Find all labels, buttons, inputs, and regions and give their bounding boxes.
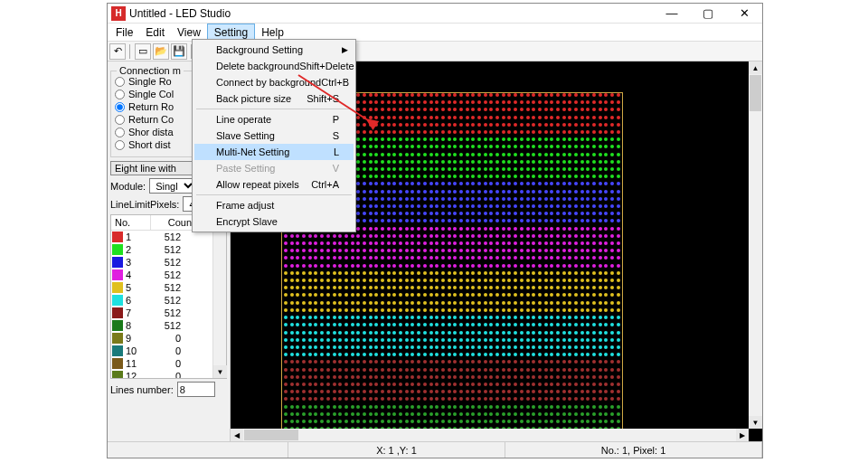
color-swatch: [112, 358, 123, 369]
color-swatch: [112, 257, 123, 268]
minimize-button[interactable]: —: [654, 4, 690, 24]
menu-item-label: Multi-Net Setting: [216, 146, 289, 157]
row-no: 10: [123, 345, 150, 356]
menu-item[interactable]: Frame adjust: [194, 197, 354, 213]
menu-item[interactable]: Slave SettingS: [194, 128, 354, 144]
lines-number-row: Lines number:: [110, 382, 227, 397]
menu-item[interactable]: Line operateP: [194, 111, 354, 128]
row-no: 3: [123, 257, 150, 268]
menu-item-label: Back picture size: [216, 93, 291, 104]
menu-item-shortcut: Ctrl+A: [311, 179, 339, 190]
menu-item[interactable]: Connect by backgroundCtrl+B: [194, 74, 354, 90]
scroll-up-icon[interactable]: ▲: [749, 61, 762, 74]
table-row[interactable]: 6512: [111, 294, 212, 307]
row-no: 11: [123, 358, 150, 369]
table-row[interactable]: 5512: [111, 281, 212, 294]
menu-item[interactable]: Background Setting▶: [194, 42, 354, 58]
open-button[interactable]: 📂: [153, 43, 169, 60]
table-row[interactable]: 2512: [111, 243, 212, 256]
radio-input[interactable]: [115, 77, 125, 87]
menu-item-label: Paste Setting: [216, 163, 275, 174]
save-button[interactable]: 💾: [171, 43, 187, 60]
module-label: Module:: [110, 181, 146, 192]
table-row[interactable]: 3512: [111, 256, 212, 269]
undo-button[interactable]: ↶: [109, 43, 126, 60]
canvas-vscroll[interactable]: ▲ ▼: [749, 61, 762, 429]
color-swatch: [112, 320, 123, 331]
row-count: 512: [150, 282, 186, 293]
menu-item-label: Line operate: [216, 114, 271, 125]
menu-edit[interactable]: Edit: [139, 24, 171, 41]
menu-file[interactable]: File: [109, 24, 139, 41]
radio-input[interactable]: [115, 102, 125, 112]
menu-item-label: Slave Setting: [216, 130, 275, 141]
col-no[interactable]: No.: [111, 215, 151, 230]
row-no: 9: [123, 333, 150, 344]
status-np: No.: 1, Pixel: 1: [505, 442, 762, 458]
table-row[interactable]: 1512: [111, 231, 212, 243]
menu-separator: [196, 194, 352, 195]
table-row[interactable]: 110: [111, 357, 212, 370]
row-no: 5: [123, 282, 150, 293]
scroll-thumb[interactable]: [244, 430, 298, 440]
color-swatch: [112, 371, 123, 378]
menu-item[interactable]: Multi-Net SettingL: [194, 144, 354, 160]
table-row[interactable]: 90: [111, 332, 212, 345]
menu-item-shortcut: Shift+Delete: [299, 61, 354, 71]
table-row[interactable]: 7512: [111, 307, 212, 319]
radio-label: Return Co: [128, 114, 174, 125]
color-swatch: [112, 232, 123, 242]
row-count: 512: [150, 232, 186, 242]
menu-separator: [196, 109, 352, 109]
menu-item[interactable]: Encrypt Slave: [194, 213, 354, 230]
row-no: 2: [123, 244, 150, 255]
menu-item-shortcut: L: [334, 146, 339, 157]
radio-input[interactable]: [115, 128, 125, 137]
color-swatch: [112, 244, 123, 255]
scroll-down-icon[interactable]: ▼: [749, 416, 762, 429]
app-icon: H: [111, 6, 126, 21]
submenu-arrow-icon: ▶: [342, 45, 348, 54]
row-no: 6: [123, 295, 150, 306]
scroll-down-icon[interactable]: ▼: [213, 365, 227, 378]
menu-item-label: Frame adjust: [216, 200, 274, 211]
menu-item-label: Background Setting: [216, 44, 303, 55]
menu-item-label: Allow repeat pixels: [216, 179, 299, 190]
new-button[interactable]: ▭: [135, 43, 151, 60]
row-no: 8: [123, 320, 150, 331]
menu-item[interactable]: Delete backgroundShift+Delete: [194, 58, 354, 74]
close-button[interactable]: ✕: [726, 4, 762, 24]
scroll-left-icon[interactable]: ◀: [231, 429, 243, 441]
color-swatch: [112, 282, 123, 293]
scroll-thumb[interactable]: [750, 75, 761, 111]
setting-dropdown: Background Setting▶Delete backgroundShif…: [192, 39, 356, 232]
radio-input[interactable]: [115, 115, 125, 125]
lines-number-label: Lines number:: [110, 384, 174, 395]
lines-number-input[interactable]: [177, 382, 215, 397]
menu-item-shortcut: Ctrl+B: [321, 77, 349, 88]
menu-item-shortcut: P: [333, 114, 339, 125]
radio-label: Short dist: [128, 139, 170, 150]
canvas-hscroll[interactable]: ◀ ▶: [231, 429, 749, 441]
row-count: 512: [150, 320, 186, 331]
radio-input[interactable]: [115, 140, 125, 150]
menu-item[interactable]: Allow repeat pixelsCtrl+A: [194, 176, 354, 193]
connection-legend: Connection m: [117, 65, 184, 76]
row-count: 512: [150, 307, 186, 318]
table-row[interactable]: 4512: [111, 269, 212, 281]
radio-label: Single Col: [128, 89, 174, 99]
row-count: 0: [150, 371, 186, 378]
table-row[interactable]: 8512: [111, 319, 212, 332]
row-no: 4: [123, 269, 150, 280]
maximize-button[interactable]: ▢: [690, 4, 726, 24]
table-row[interactable]: 120: [111, 370, 212, 378]
row-no: 1: [123, 232, 150, 242]
table-scrollbar[interactable]: ▲ ▼: [212, 215, 226, 378]
table-row[interactable]: 100: [111, 345, 212, 357]
module-select[interactable]: Singl: [149, 178, 196, 194]
scroll-right-icon[interactable]: ▶: [736, 429, 749, 441]
radio-input[interactable]: [115, 90, 125, 99]
menu-item[interactable]: Back picture sizeShift+S: [194, 90, 354, 107]
row-no: 12: [123, 371, 150, 378]
title-bar[interactable]: H Untitled - LED Studio — ▢ ✕: [108, 4, 762, 24]
